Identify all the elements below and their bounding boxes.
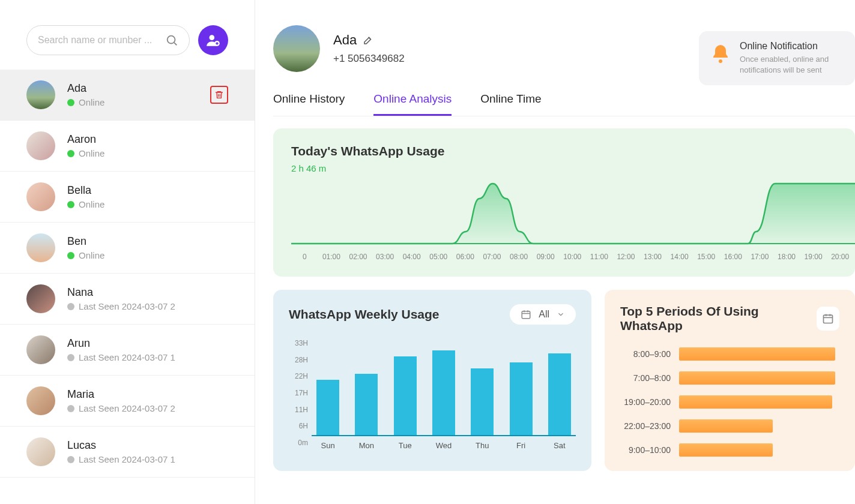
bell-icon [710,43,731,67]
contact-name: Ada [67,82,210,95]
contact-name: Arun [67,337,228,350]
today-area-chart [291,181,855,247]
profile-avatar [273,25,320,72]
trash-icon [214,90,224,100]
weekly-bar [510,362,533,435]
contact-name: Nana [67,286,228,299]
x-tick: 07:00 [479,253,506,261]
x-tick: 13:00 [639,253,666,261]
today-duration: 2 h 46 m [291,163,855,173]
x-tick: 08:00 [506,253,533,261]
status-dot [67,252,74,259]
calendar-icon [521,309,531,320]
today-title: Today's WhatsApp Usage [291,144,855,158]
weekly-usage-card: WhatsApp Weekly Usage All 33H28H22H17H11… [273,290,591,471]
search-input[interactable] [38,35,165,46]
y-tick: 0m [289,439,308,447]
contact-status: Online [67,199,228,209]
status-dot [67,405,74,412]
svg-point-4 [719,59,722,63]
weekly-chart: 33H28H22H17H11H6H0m SunMonTueWedThuFriSa… [289,339,576,447]
content: Today's WhatsApp Usage 2 h 46 m 001:0002… [273,128,855,471]
contact-item[interactable]: Ben Online [0,223,255,274]
x-tick: Wed [432,441,455,450]
top5-row: 9:00–10:00 [620,443,839,457]
top5-calendar-button[interactable] [817,307,839,331]
tabs: Online History Online Analysis Online Ti… [273,92,855,116]
notification-subtitle: Once enabled, online and notifications w… [740,54,844,76]
top5-label: 9:00–10:00 [620,445,671,455]
top5-bar [679,347,835,361]
status-text: Online [79,148,104,158]
svg-rect-6 [522,311,530,319]
contact-item[interactable]: Ada Online [0,70,255,121]
contact-item[interactable]: Bella Online [0,172,255,223]
weekly-bar [316,380,339,435]
contact-name: Lucas [67,439,228,452]
contact-info: Bella Online [67,184,228,209]
chevron-down-icon [557,310,565,319]
contact-status: Online [67,97,210,107]
top5-row: 19:00–20:00 [620,395,839,409]
status-text: Last Seen 2024-03-07 2 [79,301,175,311]
contact-name: Aaron [67,133,228,146]
contact-info: Ben Online [67,235,228,260]
contact-item[interactable]: Arun Last Seen 2024-03-07 1 [0,325,255,376]
status-dot [67,99,74,106]
calendar-icon [822,313,834,325]
status-text: Online [79,250,104,260]
x-tick: 09:00 [532,253,559,261]
avatar [26,131,55,160]
weekly-bar [471,368,494,436]
status-dot [67,150,74,157]
notification-card[interactable]: Online Notification Once enabled, online… [699,31,855,85]
status-text: Last Seen 2024-03-07 2 [79,403,175,413]
contact-status: Last Seen 2024-03-07 2 [67,403,228,413]
edit-icon[interactable] [363,35,373,46]
top5-row: 7:00–8:00 [620,371,839,385]
profile-name: Ada [333,32,357,48]
contact-item[interactable]: Maria Last Seen 2024-03-07 2 [0,376,255,427]
top5-bar [679,395,832,409]
contact-name: Ben [67,235,228,248]
add-user-button[interactable] [198,25,228,55]
contact-info: Arun Last Seen 2024-03-07 1 [67,337,228,362]
contacts-list: Ada Online Aaron Online Bella Online [0,70,255,504]
status-text: Last Seen 2024-03-07 1 [79,454,175,464]
x-tick: 15:00 [693,253,720,261]
contact-item[interactable]: Nana Last Seen 2024-03-07 2 [0,274,255,325]
top5-label: 19:00–20:00 [620,397,671,407]
y-tick: 33H [289,339,308,347]
sidebar: Ada Online Aaron Online Bella Online [0,0,255,504]
tab-online-history[interactable]: Online History [273,92,345,116]
contact-item[interactable]: Aaron Online [0,121,255,172]
x-tick: Mon [355,441,378,450]
svg-rect-10 [823,315,832,323]
add-user-icon [205,32,221,48]
x-tick: Sun [316,441,339,450]
weekly-bars-wrap: SunMonTueWedThuFriSat [312,339,576,447]
x-tick: 19:00 [800,253,827,261]
tab-online-analysis[interactable]: Online Analysis [373,92,452,116]
contact-info: Maria Last Seen 2024-03-07 2 [67,388,228,413]
search-box[interactable] [26,25,190,55]
notification-title: Online Notification [740,41,844,52]
avatar [26,386,55,415]
contact-status: Last Seen 2024-03-07 1 [67,352,228,362]
status-dot [67,456,74,463]
x-tick: 05:00 [425,253,452,261]
contact-item[interactable]: Lucas Last Seen 2024-03-07 1 [0,427,255,478]
weekly-filter-dropdown[interactable]: All [510,304,576,325]
weekly-title: WhatsApp Weekly Usage [289,307,440,322]
x-tick: 20:00 [827,253,854,261]
tab-online-time[interactable]: Online Time [480,92,541,116]
top5-label: 22:00–23:00 [620,421,671,431]
y-tick: 6H [289,422,308,430]
x-tick: 16:00 [720,253,747,261]
top5-header: Top 5 Periods Of Using WhatsApp [620,304,839,333]
top5-row: 8:00–9:00 [620,347,839,361]
status-text: Online [79,97,104,107]
contact-name: Bella [67,184,228,197]
delete-button[interactable] [210,86,228,104]
weekly-filter-label: All [539,309,549,320]
